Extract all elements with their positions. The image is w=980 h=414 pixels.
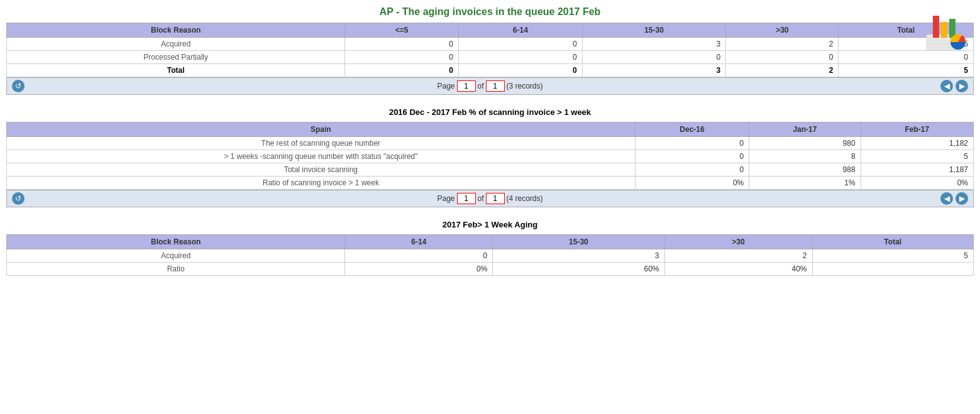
table-row: Total invoice scanning 0 988 1,187 (7, 163, 974, 177)
section1-nav-left: ↺ (12, 80, 25, 92)
section2-next-button[interactable]: ▶ (955, 192, 968, 205)
col-614: 6-14 (459, 23, 583, 38)
row-dec16: 0 (635, 163, 749, 177)
section1: AP - The aging invoices in the queue 201… (6, 6, 974, 95)
section1-total-pages[interactable] (486, 80, 505, 92)
row-name: The rest of scanning queue number (7, 137, 636, 150)
section2-refresh-button[interactable]: ↺ (12, 192, 25, 205)
row-gt30: 2 (726, 38, 839, 51)
row-name: > 1 weeks -scanning queue number with st… (7, 150, 636, 163)
section1-prev-button[interactable]: ◀ (940, 80, 953, 92)
row-lte5: 0 (345, 51, 459, 64)
row-feb17: 1,187 (861, 163, 973, 177)
row-lte5: 0 (345, 64, 459, 77)
section2-page-input[interactable] (457, 193, 476, 204)
svg-rect-6 (941, 22, 947, 38)
table-row: Processed Partially 0 0 0 0 0 (7, 51, 974, 64)
row-1530: 3 (582, 38, 726, 51)
section3-title: 2017 Feb> 1 Week Aging (6, 220, 974, 229)
row-jan17: 1% (749, 177, 861, 190)
svg-rect-5 (933, 16, 939, 38)
row-614: 0 (459, 51, 583, 64)
section1-records: (3 records) (507, 82, 543, 90)
row-feb17: 1,182 (861, 137, 973, 150)
row-614: 0 (345, 249, 493, 263)
row-name: Ratio (7, 263, 345, 276)
section3-table: Block Reason 6-14 15-30 >30 Total Acquir… (6, 234, 974, 276)
col-1530: 15-30 (582, 23, 726, 38)
section3: 2017 Feb> 1 Week Aging Block Reason 6-14… (6, 220, 974, 276)
section2-of-label: of (478, 194, 484, 203)
row-614: 0 (459, 38, 583, 51)
section1-page-label: Page (437, 82, 454, 90)
section1-next-button[interactable]: ▶ (955, 80, 968, 92)
row-total: 5 (812, 249, 974, 263)
row-feb17: 5 (861, 150, 973, 163)
col-lte5: <=5 (345, 23, 459, 38)
row-name: Acquired (7, 249, 345, 263)
section2-prev-button[interactable]: ◀ (940, 192, 953, 205)
section1-refresh-button[interactable]: ↺ (12, 80, 25, 92)
col-spain: Spain (7, 123, 636, 137)
table-row: Ratio 0% 60% 40% (7, 263, 974, 276)
row-name: Processed Partially (7, 51, 345, 64)
section2-page-label: Page (437, 194, 454, 203)
col-gt30: >30 (726, 23, 839, 38)
col3-614: 6-14 (345, 235, 493, 249)
table-row: Total 0 0 3 2 5 (7, 64, 974, 77)
table-row: The rest of scanning queue number 0 980 … (7, 137, 974, 150)
section2-table: Spain Dec-16 Jan-17 Feb-17 The rest of s… (6, 122, 974, 190)
col-jan17: Jan-17 (749, 123, 861, 137)
table-row: Ratio of scanning invoice > 1 week 0% 1%… (7, 177, 974, 190)
row-total (812, 263, 974, 276)
section1-nav-right: ◀ ▶ (940, 80, 968, 92)
row-614: 0 (459, 64, 583, 77)
chart-icon (920, 9, 971, 53)
row-total: 5 (839, 64, 974, 77)
row-jan17: 8 (749, 150, 861, 163)
row-name: Total invoice scanning (7, 163, 636, 177)
row-gt30: 2 (726, 64, 839, 77)
section2-records: (4 records) (507, 194, 543, 203)
section1-page-input[interactable] (457, 80, 476, 92)
col3-block-reason: Block Reason (7, 235, 345, 249)
section2-nav-left: ↺ (12, 192, 25, 205)
col3-total: Total (812, 235, 974, 249)
section2-total-pages[interactable] (486, 193, 505, 204)
row-name: Total (7, 64, 345, 77)
section2-title: 2016 Dec - 2017 Feb % of scanning invoic… (6, 107, 974, 117)
col-block-reason: Block Reason (7, 23, 345, 38)
row-feb17: 0% (861, 177, 973, 190)
section1-pagination: ↺ Page of (3 records) ◀ ▶ (6, 77, 974, 95)
table-row: Acquired 0 0 3 2 5 (7, 38, 974, 51)
page-container: AP - The aging invoices in the queue 201… (6, 6, 974, 414)
col-feb17: Feb-17 (861, 123, 973, 137)
col-dec16: Dec-16 (635, 123, 749, 137)
row-1530: 60% (493, 263, 664, 276)
row-gt30: 40% (664, 263, 812, 276)
row-1530: 3 (493, 249, 664, 263)
row-dec16: 0 (635, 137, 749, 150)
section1-table: Block Reason <=5 6-14 15-30 >30 Total Ac… (6, 23, 974, 77)
section2-nav-right: ◀ ▶ (940, 192, 968, 205)
row-dec16: 0 (635, 150, 749, 163)
col3-1530: 15-30 (493, 235, 664, 249)
section2: 2016 Dec - 2017 Feb % of scanning invoic… (6, 107, 974, 207)
row-1530: 3 (582, 64, 726, 77)
section1-of-label: of (478, 82, 484, 90)
row-gt30: 2 (664, 249, 812, 263)
table-row: > 1 weeks -scanning queue number with st… (7, 150, 974, 163)
row-614: 0% (345, 263, 493, 276)
row-dec16: 0% (635, 177, 749, 190)
row-jan17: 988 (749, 163, 861, 177)
row-lte5: 0 (345, 38, 459, 51)
section2-pagination: ↺ Page of (4 records) ◀ ▶ (6, 190, 974, 207)
row-name: Ratio of scanning invoice > 1 week (7, 177, 636, 190)
table-row: Acquired 0 3 2 5 (7, 249, 974, 263)
row-gt30: 0 (726, 51, 839, 64)
section1-title: AP - The aging invoices in the queue 201… (6, 6, 974, 18)
row-1530: 0 (582, 51, 726, 64)
svg-rect-7 (949, 19, 955, 38)
col3-gt30: >30 (664, 235, 812, 249)
row-name: Acquired (7, 38, 345, 51)
